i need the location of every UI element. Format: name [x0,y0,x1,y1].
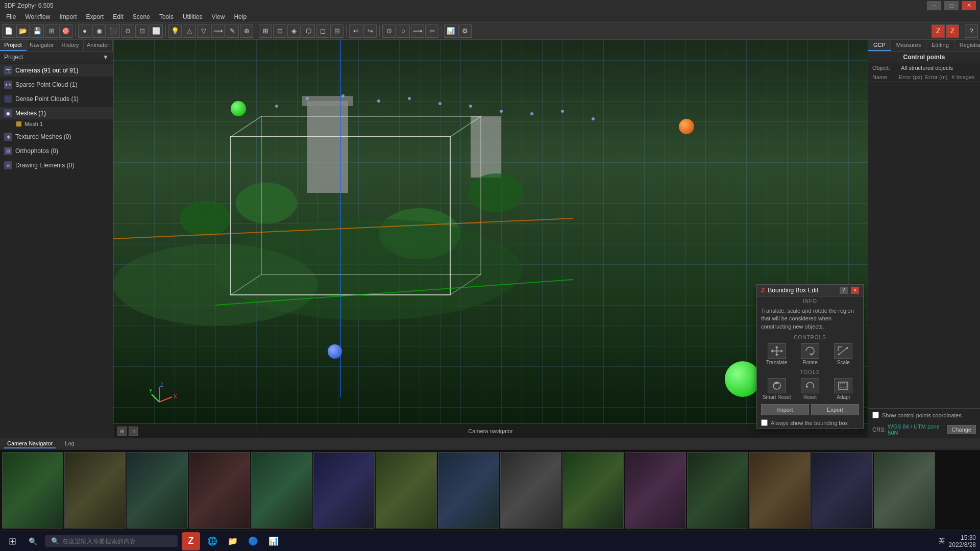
taskbar-edge-icon[interactable]: 🌐 [204,533,220,549]
tb18[interactable]: ⊞ [259,24,272,38]
sidebar-item-textured[interactable]: ◈ Textured Meshes (0) [0,131,113,143]
tb-right2[interactable]: Z [946,24,959,38]
tb9[interactable]: ⊙ [121,24,134,38]
film-frame-12[interactable] [687,452,748,529]
tb25[interactable]: ↪ [363,24,377,38]
menu-export[interactable]: Export [82,12,108,21]
reset-button[interactable]: Reset [794,378,825,400]
tb17[interactable]: ⊕ [240,24,253,38]
tab-project[interactable]: Project [0,40,27,51]
film-frame-2[interactable] [64,452,126,529]
film-frame-15[interactable] [874,452,935,529]
tb13[interactable]: △ [183,24,196,38]
tb29[interactable]: ⇦ [425,24,438,38]
taskbar-search[interactable]: 🔍 [45,535,178,547]
film-frame-14[interactable] [812,452,873,529]
tab-history[interactable]: History [57,40,84,51]
film-frame-5[interactable] [251,452,312,529]
film-frame-11[interactable] [625,452,686,529]
tb-right1[interactable]: Z [932,24,945,38]
menu-tools[interactable]: Tools [155,12,178,21]
scale-button[interactable]: Scale [828,343,859,365]
close-button[interactable]: ✕ [962,1,976,10]
film-frame-6[interactable] [313,452,375,529]
film-frame-4[interactable] [189,452,250,529]
tb27[interactable]: ○ [397,24,410,38]
minimize-button[interactable]: ─ [927,1,941,10]
search-input[interactable] [62,538,164,545]
save-btn[interactable]: 💾 [31,24,44,38]
menu-import[interactable]: Import [55,12,81,21]
maximize-button[interactable]: □ [944,1,959,10]
translate-button[interactable]: Translate [761,343,792,365]
show-coordinates-checkbox[interactable] [872,412,879,418]
export-button[interactable]: Export [811,404,859,415]
taskbar-blender-icon[interactable]: 🔵 [245,533,261,549]
sidebar-item-drawing[interactable]: ⊘ Drawing Elements (0) [0,159,113,171]
rp-tab-measures[interactable]: Measures [891,40,926,51]
taskbar-zephyr-icon[interactable]: Z [182,532,200,550]
menu-utilities[interactable]: Utilities [179,12,207,21]
new-btn[interactable]: 📄 [2,24,15,38]
tb6[interactable]: ● [78,24,91,38]
rotate-button[interactable]: Rotate [794,343,825,365]
rp-tab-registration[interactable]: Registration [954,40,980,51]
tb23[interactable]: ⊟ [330,24,344,38]
sidebar-item-sparse[interactable]: ✦✦ Sparse Point Cloud (1) [0,79,113,91]
film-frame-10[interactable] [562,452,624,529]
film-frame-7[interactable] [376,452,437,529]
tb8[interactable]: ⬛ [107,24,120,38]
sidebar-item-cameras[interactable]: 📷 Cameras (91 out of 91) [0,64,113,77]
rp-tab-gcp[interactable]: GCP [868,40,891,51]
tab-animator[interactable]: Animator [84,40,113,51]
menu-edit[interactable]: Edit [109,12,128,21]
bbox-close-button[interactable]: ✕ [851,287,859,294]
menu-file[interactable]: File [2,12,20,21]
tb14[interactable]: ▽ [197,24,210,38]
tb-help[interactable]: ? [965,24,978,38]
tb30[interactable]: 📊 [444,24,457,38]
taskbar-folder-icon[interactable]: 📁 [225,533,241,549]
bottom-tab-log[interactable]: Log [62,439,77,448]
smart-reset-button[interactable]: Smart Reset [761,378,792,400]
tb4[interactable]: ⊞ [45,24,58,38]
film-frame-3[interactable] [127,452,188,529]
tb31[interactable]: ⚙ [458,24,472,38]
bottom-tab-navigator[interactable]: Camera Navigator [4,439,56,448]
taskbar-other-icon[interactable]: 📊 [265,533,282,549]
tb26[interactable]: ⊙ [382,24,396,38]
sidebar-child-mesh1[interactable]: Mesh 1 [0,119,113,129]
menu-workflow[interactable]: Workflow [21,12,54,21]
tb22[interactable]: ◻ [316,24,329,38]
search-taskbar-icon[interactable]: 🔍 [24,533,41,549]
tb16[interactable]: ✎ [226,24,239,38]
tb21[interactable]: ⬡ [302,24,315,38]
film-frame-13[interactable] [749,452,811,529]
tb20[interactable]: ◈ [287,24,301,38]
change-button[interactable]: Change [947,425,976,434]
tb12[interactable]: 💡 [168,24,182,38]
menu-help[interactable]: Help [230,12,251,21]
always-show-checkbox[interactable] [761,419,768,426]
menu-scene[interactable]: Scene [129,12,154,21]
adapt-button[interactable]: Adapt [828,378,859,400]
bbox-help-button[interactable]: ? [840,287,848,294]
windows-start-button[interactable]: ⊞ [4,533,20,549]
tb10[interactable]: ⊡ [135,24,149,38]
vp-icon-1[interactable]: ⊞ [117,427,127,436]
menu-view[interactable]: View [208,12,229,21]
open-btn[interactable]: 📂 [16,24,30,38]
sidebar-item-meshes[interactable]: ▣ Meshes (1) [0,107,113,119]
tb15[interactable]: ⟿ [211,24,225,38]
import-button[interactable]: Import [761,404,809,415]
tab-navigator[interactable]: Navigator [27,40,57,51]
tb7[interactable]: ◉ [92,24,106,38]
sidebar-item-ortho[interactable]: ⊞ Orthophotos (0) [0,145,113,157]
viewport[interactable]: X Y Z WGS 84 / UTM zone 50N | m ⊞ □ Came… [113,40,868,438]
vp-icon-2[interactable]: □ [129,427,138,436]
film-frame-8[interactable] [438,452,499,529]
tb28[interactable]: ⟿ [411,24,424,38]
film-frame-1[interactable] [2,452,63,529]
sidebar-item-dense[interactable]: ⬛ Dense Point Clouds (1) [0,93,113,105]
rp-tab-editing[interactable]: Editing [926,40,954,51]
